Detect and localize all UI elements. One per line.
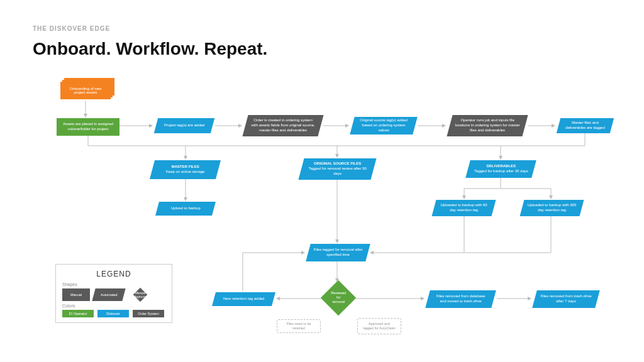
legend-manual-chip: Manual [62,288,90,301]
files-removed-db-node: Files removed from database and moved to… [425,290,496,308]
legend-shapes-label: Shapes [62,282,165,287]
files-tagged-removal-node: Files tagged for removal after specified… [306,244,370,261]
files-removed-trash-node: Files removed from trash drive after 7 d… [532,290,600,308]
master-deliv-tagged-node: Master files and deliverables are tagged [557,118,614,133]
page-title: Onboard. Workflow. Repeat. [33,39,267,59]
legend-order-system-chip: Order System [133,310,164,317]
deliverables-node: DELIVERABLESTagged for backup after 30 d… [465,160,536,178]
source-tags-node: Original source tag(s) added based on or… [350,117,418,134]
order-created-node: Order is created in ordering system with… [242,115,323,136]
orig-source-node: ORIGINAL SOURCE FILESTagged for removal … [298,158,376,180]
need-retain-note: Files need to be retained [277,319,321,333]
legend-manual-approval-chip: Manual Approval [133,288,148,302]
legend-title: LEGEND [62,270,165,278]
approved-clean-note: Approved and tagged for AutoClean [357,318,401,334]
uploaded-365-node: Uploaded to backup with 365 day retentio… [520,200,584,216]
eyebrow-text: THE DISKOVER EDGE [33,25,110,32]
legend-colors-label: Colors [62,304,165,308]
new-retention-node: New retention tag added [212,292,275,306]
uploaded-60-node: Uploaded to backup with 60 day retention… [432,200,496,216]
master-files-node: MASTER FILESKeep on active storage [150,160,221,179]
project-tags-node: Project tag(s) are added [154,118,214,133]
legend-automated-chip: Automated [92,288,125,301]
onboarding-node: Onboarding of new project assets [60,82,111,99]
legend-diskover-chip: Diskover [97,310,129,317]
upload-backup-node: Upload to backup [155,202,216,216]
reviewed-diamond: Reviewed for removal [321,280,357,316]
assets-placed-node: Assets are placed in assigned volume/fol… [57,118,119,136]
legend-io-operator-chip: IO Operator [62,310,94,317]
legend-box: LEGEND Shapes Manual Automated Manual Ap… [55,264,172,323]
operator-runs-node: Operator runs job and inputs file locati… [447,115,528,136]
